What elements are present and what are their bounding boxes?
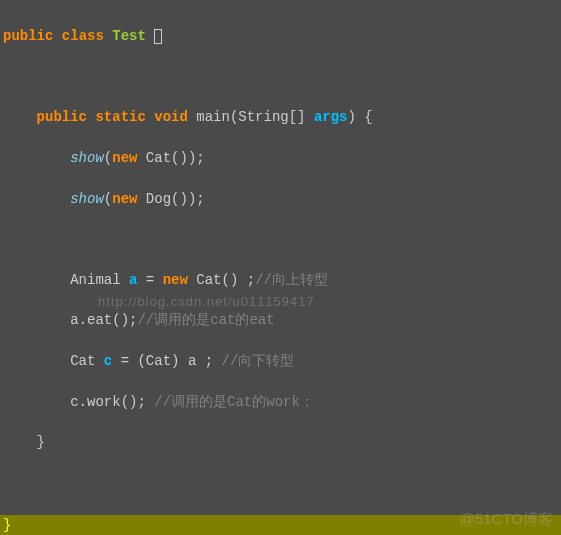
code-line: public class Test (3, 26, 558, 46)
code-line (3, 473, 558, 493)
class-name: Test (112, 28, 146, 44)
comment: //向下转型 (222, 353, 295, 369)
keyword-static: static (95, 109, 145, 125)
op: = (146, 272, 154, 288)
type: Animal (70, 272, 120, 288)
paren: ()); (171, 150, 205, 166)
keyword-void: void (154, 109, 188, 125)
stmt: a.eat(); (70, 312, 137, 328)
comment: //调用的是cat的eat (137, 312, 274, 328)
type: Dog (146, 191, 171, 207)
paren: (String[] (230, 109, 314, 125)
paren: () ; (222, 272, 256, 288)
code-line: show(new Cat()); (3, 148, 558, 168)
keyword-new: new (112, 191, 137, 207)
comment: //调用的是Cat的work； (154, 394, 314, 410)
keyword-class: class (62, 28, 104, 44)
code-line: a.eat();//调用的是cat的eat (3, 310, 558, 330)
type: Cat (70, 353, 95, 369)
comment: //向上转型 (255, 272, 328, 288)
code-line (3, 229, 558, 249)
brace: } (37, 434, 45, 450)
current-line-highlight: } (0, 515, 561, 535)
cursor (154, 29, 162, 44)
paren: ( (104, 150, 112, 166)
op: = (121, 353, 129, 369)
keyword-new: new (163, 272, 188, 288)
type: Cat (196, 272, 221, 288)
method-call: show (70, 150, 104, 166)
code-line: show(new Dog()); (3, 189, 558, 209)
paren: ()); (171, 191, 205, 207)
keyword-public: public (37, 109, 87, 125)
method-call: show (70, 191, 104, 207)
stmt: c.work(); (70, 394, 146, 410)
brace: } (3, 517, 11, 533)
code-line: Cat c = (Cat) a ; //向下转型 (3, 351, 558, 371)
code-line: Animal a = new Cat() ;//向上转型 (3, 270, 558, 290)
code-line: public static void main(String[] args) { (3, 107, 558, 127)
cast: (Cat) a ; (137, 353, 213, 369)
var: args (314, 109, 348, 125)
type: Cat (146, 150, 171, 166)
method-main: main (196, 109, 230, 125)
code-line: c.work(); //调用的是Cat的work； (3, 392, 558, 412)
code-line (3, 67, 558, 87)
var: c (104, 353, 112, 369)
keyword-public: public (3, 28, 53, 44)
paren: ) { (348, 109, 373, 125)
keyword-new: new (112, 150, 137, 166)
paren: ( (104, 191, 112, 207)
code-line: } (3, 432, 558, 452)
code-editor[interactable]: public class Test public static void mai… (0, 0, 561, 535)
var: a (129, 272, 137, 288)
